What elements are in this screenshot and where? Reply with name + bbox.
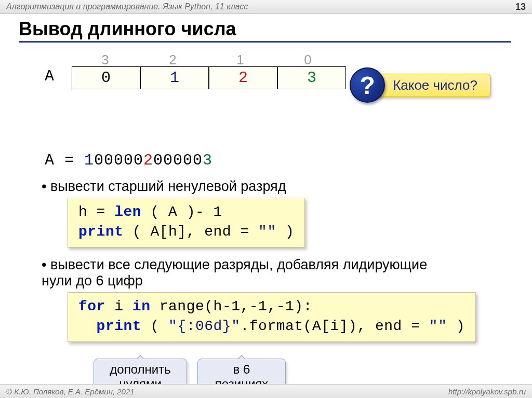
header-left: Алгоритмизация и программирование. Язык … (6, 2, 248, 11)
tok: range(h (150, 298, 222, 314)
header-bar: Алгоритмизация и программирование. Язык … (0, 0, 532, 14)
question: ? Какое число? (350, 67, 490, 103)
footer-bar: © К.Ю. Поляков, Е.А. Ерёмин, 2021 http:/… (0, 384, 532, 398)
page-number: 13 (515, 2, 526, 12)
index-cell: 1 (207, 52, 274, 68)
tok: , (267, 298, 276, 314)
question-mark-icon: ? (350, 67, 385, 103)
array-label: A (45, 67, 54, 85)
index-cell: 0 (274, 52, 342, 68)
tok-str: "{:06d}" (168, 318, 240, 334)
content: 3 2 1 0 A 0 1 2 3 ? Какое число? A = 100… (26, 52, 532, 398)
tok-keyword: in (132, 298, 151, 314)
tok-keyword: len (114, 204, 141, 220)
tok: h (78, 204, 87, 220)
question-text: Какое число? (376, 74, 490, 97)
a-prefix: A = (45, 152, 84, 169)
tok: ( (141, 318, 168, 334)
tok: - 1 (195, 204, 222, 220)
code-block-1: h = len ( A )- 1 print ( A[h], end = "" … (68, 198, 305, 248)
array-cell: 2 (209, 66, 277, 89)
footer-left: © К.Ю. Поляков, Е.А. Ерёмин, 2021 (6, 387, 135, 396)
tok-str: "" (258, 224, 276, 240)
seg: 00000 (153, 152, 203, 169)
index-cell: 2 (139, 52, 207, 68)
bullet-1: вывести старший ненулевой разряд (42, 179, 532, 195)
tok: ( A ) (141, 204, 195, 220)
tok: ( A[h], end (124, 224, 232, 240)
array-row: 0 1 2 3 (72, 66, 346, 89)
seg: 3 (203, 152, 212, 169)
slide-title: Вывод длинного числа (19, 18, 511, 43)
tok: i (105, 298, 132, 314)
value-line: A = 1000002000003 (45, 152, 532, 169)
index-cell: 3 (72, 52, 139, 68)
tok: -1 (276, 298, 295, 314)
tok-str: "" (429, 318, 447, 334)
tok: ): (294, 298, 312, 314)
tok: , (240, 298, 249, 314)
footer-right: http://kpolyakov.spb.ru (448, 387, 526, 396)
array-cell: 0 (72, 66, 140, 89)
tok: -1 (249, 298, 268, 314)
tok-keyword: print (78, 224, 124, 240)
seg: 2 (143, 152, 153, 169)
tok: ) (447, 318, 465, 334)
tok: .format(A[i]), end (240, 318, 402, 334)
code-block-2: for i in range(h-1,-1,-1): print ( "{:06… (68, 292, 476, 342)
tok: ) (276, 224, 295, 240)
tok: = (87, 204, 114, 220)
bullet-2: вывести все следующие разряды, добавляя … (42, 257, 436, 289)
tok-keyword: for (78, 298, 105, 314)
tok: = (231, 224, 258, 240)
index-row: 3 2 1 0 (72, 52, 342, 68)
tok-keyword: print (78, 318, 141, 334)
seg: 00000 (94, 152, 143, 169)
array-block: 3 2 1 0 A 0 1 2 3 ? Какое число? (26, 52, 532, 104)
array-cell: 3 (277, 66, 346, 89)
tok: = (402, 318, 429, 334)
tok: -1 (222, 298, 241, 314)
seg: 1 (84, 152, 94, 169)
array-cell: 1 (140, 66, 209, 89)
